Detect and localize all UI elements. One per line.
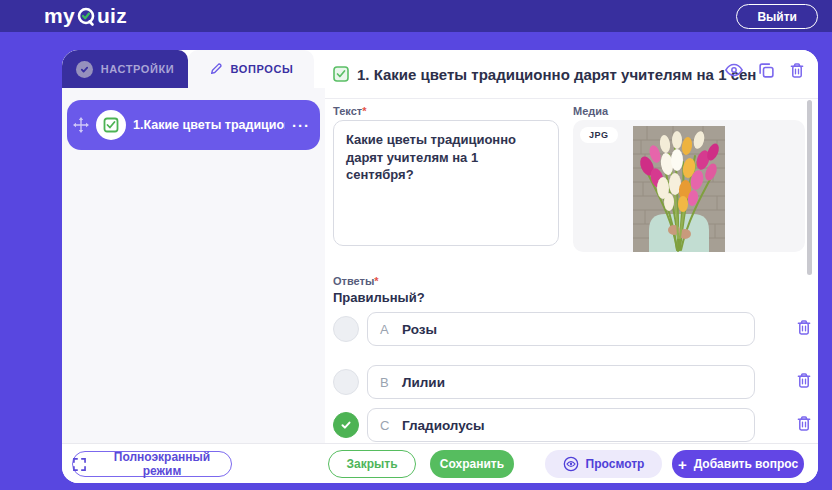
answer-letter: B bbox=[380, 375, 402, 390]
tab-settings[interactable]: НАСТРОЙКИ bbox=[62, 50, 188, 88]
logo-q-check-icon bbox=[76, 7, 96, 27]
question-text-input[interactable]: Какие цветы традиционно дарят учителям н… bbox=[333, 120, 559, 246]
preview-eye-icon bbox=[563, 456, 579, 472]
question-title: 1. Какие цветы традиционно дарят учителя… bbox=[357, 66, 757, 83]
answer-letter: C bbox=[380, 418, 402, 433]
delete-answer-icon[interactable] bbox=[797, 373, 811, 388]
preview-question-eye-icon[interactable] bbox=[725, 63, 743, 78]
question-list-item[interactable]: 1.Какие цветы традиционно ... ··· bbox=[67, 100, 320, 150]
header-divider bbox=[325, 98, 818, 99]
topbar: my uiz Выйти bbox=[0, 0, 832, 32]
answer-input-b[interactable]: B Лилии bbox=[367, 365, 755, 399]
logout-button[interactable]: Выйти bbox=[736, 4, 818, 29]
correct-radio-a[interactable] bbox=[333, 316, 359, 342]
myquiz-logo: my uiz bbox=[44, 4, 127, 28]
media-format-badge: JPG bbox=[580, 127, 618, 143]
add-question-button[interactable]: + Добавить вопрос bbox=[672, 450, 804, 478]
logo-text-uiz: uiz bbox=[97, 4, 127, 28]
fullscreen-label: Полноэкранный режим bbox=[93, 450, 231, 478]
quiz-editor-panel: НАСТРОЙКИ ВОПРОСЫ bbox=[62, 50, 818, 483]
media-image-gladiolus-bouquet bbox=[633, 126, 725, 252]
plus-icon: + bbox=[678, 456, 687, 473]
answer-text: Лилии bbox=[402, 375, 445, 390]
question-editor: 1. Какие цветы традиционно дарят учителя… bbox=[325, 50, 818, 443]
media-field-label: Медиа bbox=[573, 105, 608, 117]
delete-answer-icon[interactable] bbox=[797, 416, 811, 431]
check-circle-icon bbox=[76, 61, 93, 78]
fullscreen-mode-button[interactable]: Полноэкранный режим bbox=[72, 451, 232, 477]
logo-text-my: my bbox=[44, 4, 75, 28]
text-field-label: Текст* bbox=[333, 105, 366, 117]
preview-label: Просмотр bbox=[586, 457, 645, 471]
question-list: 1.Какие цветы традиционно ... ··· bbox=[62, 88, 325, 443]
answer-input-c[interactable]: C Гладиолусы bbox=[367, 408, 755, 442]
add-question-label: Добавить вопрос bbox=[694, 457, 798, 471]
delete-answer-icon[interactable] bbox=[797, 320, 811, 335]
question-more-menu[interactable]: ··· bbox=[292, 117, 310, 134]
answer-letter: A bbox=[380, 322, 402, 337]
sidebar: НАСТРОЙКИ ВОПРОСЫ bbox=[62, 50, 325, 443]
answers-field-label: Ответы* bbox=[333, 275, 379, 287]
required-mark: * bbox=[362, 105, 366, 117]
answer-text: Розы bbox=[402, 322, 437, 337]
pencil-icon bbox=[209, 62, 223, 76]
footer-toolbar: Полноэкранный режим Закрыть Сохранить Пр… bbox=[62, 443, 818, 483]
delete-question-icon[interactable] bbox=[790, 63, 804, 78]
tab-questions[interactable]: ВОПРОСЫ bbox=[188, 50, 314, 88]
scrollbar-thumb[interactable] bbox=[807, 100, 812, 275]
correct-radio-b[interactable] bbox=[333, 369, 359, 395]
answer-text: Гладиолусы bbox=[402, 418, 484, 433]
answer-input-a[interactable]: A Розы bbox=[367, 312, 755, 346]
tab-settings-label: НАСТРОЙКИ bbox=[101, 63, 175, 75]
save-button[interactable]: Сохранить bbox=[430, 450, 514, 478]
close-button[interactable]: Закрыть bbox=[328, 450, 416, 478]
required-mark: * bbox=[374, 275, 378, 287]
question-item-label: 1.Какие цветы традиционно ... bbox=[133, 118, 285, 132]
duplicate-question-icon[interactable] bbox=[759, 63, 774, 78]
preview-button[interactable]: Просмотр bbox=[545, 450, 662, 478]
question-checkbox-icon bbox=[333, 66, 349, 82]
answer-row: B Лилии bbox=[325, 365, 818, 399]
answer-row: C Гладиолусы bbox=[325, 408, 818, 442]
correct-answer-label: Правильный? bbox=[333, 290, 425, 305]
answer-row: A Розы bbox=[325, 312, 818, 346]
question-type-icon bbox=[96, 110, 126, 140]
drag-handle-icon[interactable] bbox=[73, 117, 89, 133]
fullscreen-icon bbox=[73, 458, 86, 471]
media-box[interactable]: JPG bbox=[573, 120, 805, 252]
correct-radio-c-selected[interactable] bbox=[333, 412, 359, 438]
question-header: 1. Какие цветы традиционно дарят учителя… bbox=[325, 50, 818, 98]
tab-questions-label: ВОПРОСЫ bbox=[231, 63, 294, 75]
